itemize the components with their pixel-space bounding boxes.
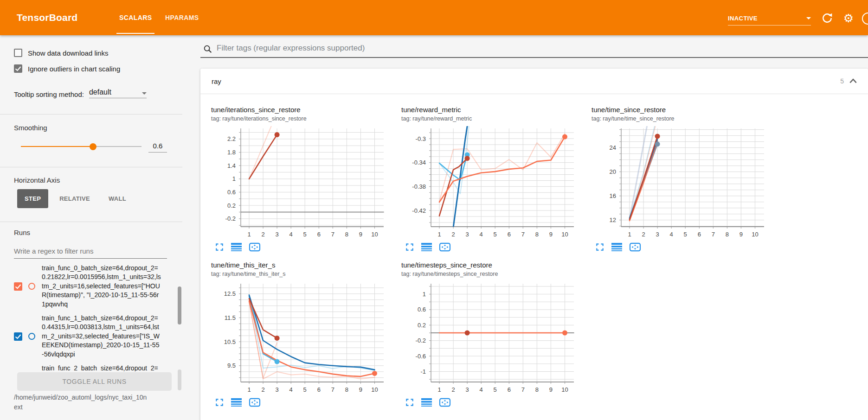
chart-plot-area[interactable]: 123456789102.21.81.410.60.2-0.2: [211, 126, 386, 239]
svg-text:3: 3: [465, 231, 469, 238]
fit-domain-icon[interactable]: [249, 242, 261, 252]
svg-text:1: 1: [437, 231, 441, 238]
chart-toolbar: [595, 242, 767, 252]
svg-text:7: 7: [521, 231, 525, 238]
smoothing-value[interactable]: 0.6: [148, 141, 167, 153]
svg-text:-0.2: -0.2: [416, 337, 426, 344]
svg-text:5: 5: [494, 386, 497, 393]
svg-text:6: 6: [508, 386, 511, 393]
fullscreen-icon[interactable]: [215, 242, 224, 252]
axis-button-relative[interactable]: RELATIVE: [52, 189, 97, 208]
smoothing-slider-thumb[interactable]: [90, 143, 96, 150]
checkbox-show-download-links[interactable]: Show data download links: [14, 49, 108, 57]
chart-title: tune/reward_metric: [401, 106, 577, 114]
fullscreen-icon[interactable]: [215, 398, 224, 407]
chart-toolbar: [215, 242, 386, 252]
svg-text:7: 7: [712, 231, 715, 238]
svg-text:6: 6: [698, 231, 701, 238]
checkbox-ignore-outliers[interactable]: Ignore outliers in chart scaling: [14, 64, 120, 73]
log-scale-icon[interactable]: [231, 242, 242, 252]
chart-plot-area[interactable]: 1234567891010.60.2-0.2-0.6-1: [401, 281, 577, 394]
run-list-item[interactable]: train_func_0_batch_size=64,dropout_2=0.2…: [14, 264, 168, 309]
svg-text:2: 2: [451, 231, 455, 238]
chart-toolbar: [405, 242, 577, 252]
smoothing-slider[interactable]: [21, 146, 141, 147]
svg-text:10: 10: [561, 231, 568, 238]
svg-text:-0.42: -0.42: [412, 207, 426, 214]
svg-text:8: 8: [345, 231, 348, 238]
checkbox-unchecked-icon[interactable]: [14, 49, 22, 57]
settings-gear-icon[interactable]: ⚙: [842, 12, 855, 24]
checkbox-label: Ignore outliers in chart scaling: [28, 65, 120, 73]
axis-button-wall[interactable]: WALL: [101, 189, 134, 208]
run-name: train_func_1_batch_size=64,dropout_2=0.4…: [42, 314, 161, 359]
fullscreen-icon[interactable]: [405, 242, 414, 252]
fit-domain-icon[interactable]: [439, 242, 451, 252]
tag-filter-input[interactable]: [216, 43, 868, 53]
fit-domain-icon[interactable]: [439, 397, 451, 407]
svg-text:7: 7: [331, 386, 334, 393]
app-header: TensorBoard SCALARS HPARAMS INACTIVE ⚙: [0, 0, 868, 35]
main-content: ray 5 tune/iterations_since_restore tag:…: [182, 35, 868, 420]
chart-title: tune/time_since_restore: [592, 106, 767, 114]
smoothing-label: Smoothing: [14, 124, 47, 132]
svg-text:-0.2: -0.2: [225, 215, 236, 222]
svg-text:-1: -1: [420, 368, 426, 375]
svg-text:8: 8: [535, 386, 539, 393]
sidebar: Show data download links Ignore outliers…: [0, 35, 182, 420]
svg-text:9: 9: [359, 231, 362, 238]
tag-group-card: ray 5 tune/iterations_since_restore tag:…: [200, 69, 868, 420]
tag-group-header[interactable]: ray 5: [200, 69, 868, 94]
svg-text:5: 5: [303, 231, 307, 238]
run-status-dropdown[interactable]: INACTIVE: [728, 11, 811, 25]
fullscreen-icon[interactable]: [405, 398, 414, 407]
fit-domain-icon[interactable]: [629, 242, 641, 252]
svg-text:1: 1: [423, 291, 426, 298]
collapse-chevron-icon[interactable]: [849, 77, 858, 85]
chart-plot-area[interactable]: 12345678910-0.3-0.34-0.38-0.42: [401, 126, 577, 239]
svg-text:2: 2: [451, 386, 455, 393]
axis-button-step[interactable]: STEP: [17, 189, 48, 208]
svg-text:1.8: 1.8: [227, 149, 236, 156]
checkbox-checked-icon[interactable]: [14, 64, 22, 73]
chart-plot-area[interactable]: 1234567891012.511.510.59.5: [211, 281, 386, 394]
refresh-icon[interactable]: [821, 12, 833, 24]
checkbox-label: Show data download links: [28, 49, 108, 57]
toggle-all-runs-button[interactable]: TOGGLE ALL RUNS: [17, 372, 172, 391]
chevron-down-icon: [806, 17, 811, 19]
log-scale-icon[interactable]: [421, 242, 432, 252]
run-checkbox-icon[interactable]: [14, 332, 22, 341]
chart-tag: tag: ray/tune/time_since_restore: [592, 115, 767, 122]
dropdown-caret-icon: [142, 92, 147, 95]
svg-text:3: 3: [275, 231, 278, 238]
run-list-item[interactable]: train_func_1_batch_size=64,dropout_2=0.4…: [14, 314, 168, 359]
svg-text:9: 9: [549, 386, 553, 393]
sidebar-scrollbar-track[interactable]: [178, 369, 181, 390]
run-list-item[interactable]: train_func_2_batch_size=64,dropout_2=: [14, 364, 168, 371]
divider: [0, 222, 182, 222]
run-checkbox-icon[interactable]: [14, 282, 22, 291]
chart-plot-area[interactable]: 1234567891024201612: [592, 126, 767, 239]
svg-text:6: 6: [317, 231, 321, 238]
help-icon[interactable]: [862, 13, 868, 25]
tab-hparams[interactable]: HPARAMS: [159, 0, 206, 35]
svg-text:-0.38: -0.38: [412, 183, 426, 190]
fullscreen-icon[interactable]: [595, 242, 604, 252]
tab-scalars[interactable]: SCALARS: [113, 0, 158, 35]
tooltip-sort-dropdown[interactable]: default: [89, 88, 147, 98]
log-scale-icon[interactable]: [231, 398, 242, 407]
svg-text:10: 10: [561, 386, 568, 393]
runs-filter-input[interactable]: [14, 244, 167, 259]
log-scale-icon[interactable]: [421, 398, 432, 407]
run-radio-icon[interactable]: [28, 333, 35, 340]
log-scale-icon[interactable]: [611, 242, 622, 252]
svg-text:4: 4: [670, 231, 673, 238]
svg-text:4: 4: [480, 231, 483, 238]
sidebar-scrollbar-thumb[interactable]: [178, 286, 181, 325]
tooltip-sort-label: Tooltip sorting method:: [14, 90, 84, 98]
fit-domain-icon[interactable]: [249, 397, 261, 407]
svg-text:20: 20: [610, 168, 616, 175]
run-radio-icon[interactable]: [28, 283, 35, 290]
svg-text:-0.6: -0.6: [416, 353, 426, 360]
chart-title: tune/time_this_iter_s: [211, 261, 386, 269]
